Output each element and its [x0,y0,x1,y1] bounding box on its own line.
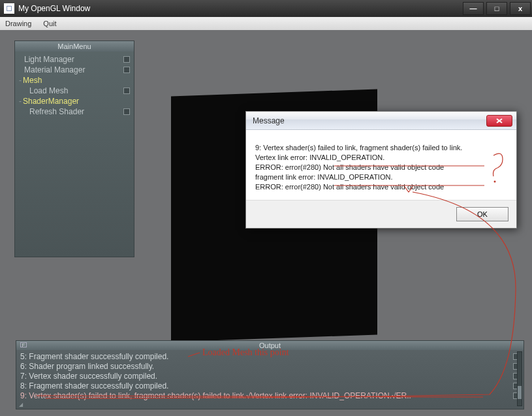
window-title: My OpenGL Window [18,4,90,13]
output-line: 5: Fragment shader successfully compiled… [20,351,520,361]
scrollbar-thumb[interactable] [518,386,522,399]
output-line-text: 8: Fragment shader successfully compiled… [20,381,509,391]
mainmenu-item-load-mesh[interactable]: Load Mesh [19,86,130,96]
menubar: Drawing Quit [0,17,532,30]
app-icon [4,3,14,14]
output-line-error: 9: Vertex shader(s) failed to link, frag… [20,391,520,400]
checkbox-icon[interactable] [123,56,130,63]
checkbox-icon[interactable] [123,108,130,115]
mainmenu-item-label: ShaderManager [23,97,130,106]
output-line-text: 9: Vertex shader(s) failed to link, frag… [20,391,509,400]
output-toggle-icon[interactable]: F [20,342,27,347]
resize-handle-icon[interactable]: ◢ [19,402,23,408]
output-line-text: 6: Shader program linked successfully. [20,362,509,371]
mainmenu-panel: MainMenu Light Manager Material Manager … [14,40,134,257]
mainmenu-group-shadermanager[interactable]: ShaderManager [19,96,130,106]
mainmenu-item-label: Mesh [23,76,130,85]
mainmenu-item-label: Light Manager [19,55,123,64]
dialog-text-line: ERROR: error(#280) Not all shaders have … [255,182,507,192]
output-line: 6: Shader program linked successfully. [20,361,520,371]
dialog-text-line: Vertex link error: INVALID_OPERATION. [255,153,507,163]
close-icon [495,118,503,124]
minimize-button[interactable]: — [463,2,484,15]
mainmenu-group-mesh[interactable]: Mesh [19,75,130,86]
dialog-footer: OK [246,200,516,228]
checkbox-icon[interactable] [123,67,130,73]
output-panel: F Output 5: Fragment shader successfully… [16,340,524,409]
window-titlebar: My OpenGL Window — □ x [0,0,532,17]
dialog-body: 9: Vertex shader(s) failed to link, frag… [246,130,516,200]
menu-drawing[interactable]: Drawing [5,20,31,27]
checkbox-icon[interactable] [123,88,130,94]
dialog-text-line: 9: Vertex shader(s) failed to link, frag… [255,143,507,153]
dialog-title: Message [253,116,285,125]
window-close-button[interactable]: x [510,2,531,15]
output-line-text: 7: Vertex shader successfully compiled. [20,372,509,381]
mainmenu-item-light-manager[interactable]: Light Manager [19,54,130,65]
message-dialog: Message 9: Vertex shader(s) failed to li… [245,111,517,229]
dialog-text-line: fragment link error: INVALID_OPERATION. [255,172,507,182]
output-line: 7: Vertex shader successfully compiled. [20,371,520,381]
mainmenu-item-label: Refresh Shader [19,107,123,116]
mainmenu-item-label: Load Mesh [19,86,123,95]
output-title: F Output [16,341,524,350]
mainmenu-title: MainMenu [15,41,134,52]
output-line: 8: Fragment shader successfully compiled… [20,381,520,391]
dialog-close-button[interactable] [486,115,512,127]
output-title-label: Output [259,342,281,349]
mainmenu-item-material-manager[interactable]: Material Manager [19,65,130,75]
output-line-text: 5: Fragment shader successfully compiled… [20,352,509,361]
menu-quit[interactable]: Quit [43,20,56,27]
output-scrollbar[interactable] [517,351,522,406]
output-lines: 5: Fragment shader successfully compiled… [16,350,524,402]
client-area: MainMenu Light Manager Material Manager … [0,30,532,416]
dialog-titlebar[interactable]: Message [246,112,516,130]
dialog-text-line: ERROR: error(#280) Not all shaders have … [255,163,507,172]
mainmenu-item-label: Material Manager [19,65,123,74]
mainmenu-list: Light Manager Material Manager Mesh Load… [15,52,134,120]
maximize-button[interactable]: □ [486,2,507,15]
window-controls: — □ x [462,1,532,16]
ok-button[interactable]: OK [456,207,509,221]
mainmenu-item-refresh-shader[interactable]: Refresh Shader [19,106,130,117]
